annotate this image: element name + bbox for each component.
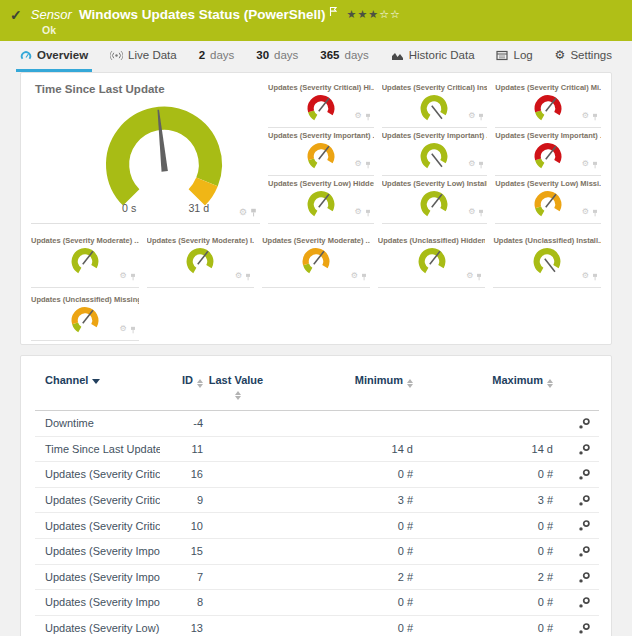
pin-icon[interactable] bbox=[478, 203, 484, 221]
tab-overview[interactable]: Overview bbox=[16, 41, 92, 72]
tab-historic-data[interactable]: Historic Data bbox=[387, 41, 479, 72]
tab-365-days[interactable]: 365 days bbox=[316, 41, 372, 72]
channel-gauge-title: Updates (Severity Low) Hidden bbox=[268, 177, 374, 188]
pin-icon[interactable] bbox=[365, 107, 371, 125]
tab-label-unit: days bbox=[210, 49, 234, 61]
channel-gauge-title: Updates (Severity Important) ... bbox=[495, 129, 601, 140]
channel-id: 9 bbox=[160, 487, 205, 513]
channel-id: 8 bbox=[160, 590, 205, 616]
channel-minimum: 0 # bbox=[267, 462, 415, 488]
channel-settings-icon[interactable] bbox=[578, 622, 591, 635]
channel-settings-icon[interactable] bbox=[578, 545, 591, 558]
priority-flag-icon[interactable] bbox=[329, 3, 338, 21]
pin-icon[interactable] bbox=[245, 267, 251, 285]
tab-label: Settings bbox=[570, 49, 612, 61]
channel-last-value bbox=[205, 590, 267, 616]
pin-icon[interactable] bbox=[365, 155, 371, 173]
gear-icon[interactable]: ⚙ bbox=[351, 272, 358, 280]
channel-gauge-tile[interactable]: Updates (Unclassified) Hidden⚙ bbox=[378, 234, 486, 288]
channel-id: 10 bbox=[160, 513, 205, 539]
channel-id: 7 bbox=[160, 564, 205, 590]
gauge-icon bbox=[20, 50, 32, 61]
mini-gauge bbox=[66, 246, 104, 277]
channel-gauge-tile[interactable]: Updates (Severity Moderate) ...⚙ bbox=[31, 234, 139, 288]
gear-icon[interactable]: ⚙ bbox=[468, 160, 475, 168]
channel-gauge-tile[interactable]: Updates (Unclassified) Missing⚙ bbox=[31, 293, 139, 341]
channel-gauge-tile[interactable]: Updates (Severity Low) Missi...⚙ bbox=[495, 177, 601, 224]
pin-icon[interactable] bbox=[476, 267, 482, 285]
pin-icon[interactable] bbox=[365, 203, 371, 221]
column-header-minimum[interactable]: Minimum bbox=[267, 366, 415, 411]
pin-icon[interactable] bbox=[250, 203, 257, 221]
pin-icon[interactable] bbox=[361, 267, 367, 285]
gear-icon[interactable]: ⚙ bbox=[119, 325, 126, 333]
gear-icon[interactable]: ⚙ bbox=[354, 112, 361, 120]
channel-gauge-tile[interactable]: Updates (Severity Low) Hidden⚙ bbox=[268, 177, 374, 224]
column-header-last-value[interactable]: Last Value bbox=[205, 366, 267, 411]
pin-icon[interactable] bbox=[130, 267, 136, 285]
gear-icon[interactable]: ⚙ bbox=[468, 208, 475, 216]
gear-icon[interactable]: ⚙ bbox=[582, 272, 589, 280]
page-title: Windows Updates Status (PowerShell) bbox=[79, 7, 326, 22]
priority-stars[interactable]: ★★★☆☆ bbox=[347, 9, 401, 20]
channel-maximum: 2 # bbox=[415, 564, 555, 590]
channel-gauge-tile[interactable]: Updates (Severity Low) Install...⚙ bbox=[382, 177, 488, 224]
gear-icon[interactable]: ⚙ bbox=[354, 160, 361, 168]
gear-icon[interactable]: ⚙ bbox=[466, 272, 473, 280]
pin-icon[interactable] bbox=[592, 203, 598, 221]
channel-maximum: 3 # bbox=[415, 487, 555, 513]
tab-log[interactable]: Log bbox=[492, 41, 536, 72]
gear-icon[interactable]: ⚙ bbox=[582, 160, 589, 168]
channel-name: Updates (Severity Critic... bbox=[35, 462, 160, 488]
channel-id: 15 bbox=[160, 538, 205, 564]
channel-settings-icon[interactable] bbox=[578, 571, 591, 584]
gear-icon[interactable]: ⚙ bbox=[239, 208, 247, 217]
pin-icon[interactable] bbox=[592, 267, 598, 285]
pin-icon[interactable] bbox=[130, 320, 136, 338]
pin-icon[interactable] bbox=[478, 107, 484, 125]
pin-icon[interactable] bbox=[592, 107, 598, 125]
mini-gauge-grid: Updates (Severity Critical) Hi...⚙Update… bbox=[268, 81, 601, 224]
gear-icon[interactable]: ⚙ bbox=[119, 272, 126, 280]
mini-gauge bbox=[302, 93, 340, 124]
channel-settings-icon[interactable] bbox=[578, 519, 591, 532]
tab-label-unit: days bbox=[274, 49, 298, 61]
main-gauge-tile[interactable]: Time Since Last Update 0 s31 d ⚙ bbox=[31, 81, 260, 224]
column-header-channel[interactable]: Channel bbox=[35, 366, 160, 411]
channel-gauge-tile[interactable]: Updates (Severity Critical) Hi...⚙ bbox=[268, 81, 374, 128]
channel-gauge-tile[interactable]: Updates (Severity Moderate) ...⚙ bbox=[262, 234, 370, 288]
channel-gauge-tile[interactable]: Updates (Severity Critical) Ins...⚙ bbox=[382, 81, 488, 128]
channel-gauge-tile[interactable]: Updates (Unclassified) Install...⚙ bbox=[493, 234, 601, 288]
tab-2-days[interactable]: 2 days bbox=[195, 41, 239, 72]
channel-maximum: 0 # bbox=[415, 462, 555, 488]
pin-icon[interactable] bbox=[592, 155, 598, 173]
tab-live-data[interactable]: Live Data bbox=[106, 41, 181, 72]
channel-settings-cell bbox=[555, 615, 599, 636]
gear-icon[interactable]: ⚙ bbox=[582, 112, 589, 120]
channel-table: Channel ID Last Value Minimum Maximum Do… bbox=[35, 366, 599, 636]
column-header-id[interactable]: ID bbox=[160, 366, 205, 411]
mini-gauge bbox=[66, 305, 104, 336]
pin-icon[interactable] bbox=[478, 155, 484, 173]
tab-label-number: 365 bbox=[320, 49, 339, 61]
channel-gauge-title: Updates (Unclassified) Hidden bbox=[378, 234, 486, 245]
tab-30-days[interactable]: 30 days bbox=[252, 41, 302, 72]
channel-gauge-tile[interactable]: Updates (Severity Important) ...⚙ bbox=[382, 129, 488, 176]
tab-settings[interactable]: ⚙ Settings bbox=[551, 41, 616, 72]
channel-gauge-tile[interactable]: Updates (Severity Important) ...⚙ bbox=[495, 129, 601, 176]
gear-icon[interactable]: ⚙ bbox=[582, 208, 589, 216]
gear-icon[interactable]: ⚙ bbox=[468, 112, 475, 120]
channel-settings-icon[interactable] bbox=[578, 596, 591, 609]
channel-settings-icon[interactable] bbox=[578, 494, 591, 507]
channel-gauge-tile[interactable]: Updates (Severity Moderate) I...⚙ bbox=[147, 234, 255, 288]
channel-minimum: 3 # bbox=[267, 487, 415, 513]
column-header-actions bbox=[555, 366, 599, 411]
gear-icon[interactable]: ⚙ bbox=[354, 208, 361, 216]
channel-gauge-tile[interactable]: Updates (Severity Important) ...⚙ bbox=[268, 129, 374, 176]
column-header-maximum[interactable]: Maximum bbox=[415, 366, 555, 411]
gear-icon[interactable]: ⚙ bbox=[235, 272, 242, 280]
channel-settings-icon[interactable] bbox=[578, 443, 591, 456]
channel-settings-icon[interactable] bbox=[578, 417, 591, 430]
channel-settings-icon[interactable] bbox=[578, 468, 591, 481]
channel-gauge-tile[interactable]: Updates (Severity Critical) Mi...⚙ bbox=[495, 81, 601, 128]
